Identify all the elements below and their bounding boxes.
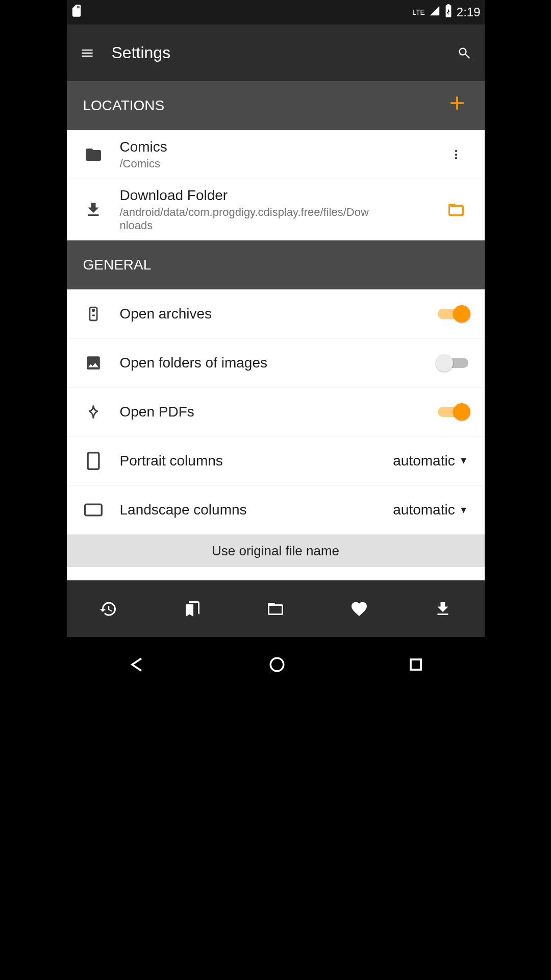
portrait-columns-label: Portrait columns xyxy=(120,453,393,469)
page-title: Settings xyxy=(112,43,452,62)
open-pdfs-toggle[interactable] xyxy=(438,405,468,419)
network-label: LTE xyxy=(412,8,425,16)
svg-point-1 xyxy=(92,309,94,311)
dropdown-arrow-icon: ▼ xyxy=(459,505,468,516)
plus-icon xyxy=(446,92,468,114)
app-bar: Settings xyxy=(67,24,485,81)
tab-recent[interactable] xyxy=(93,594,123,624)
history-icon xyxy=(99,600,117,618)
tab-bookmarks[interactable] xyxy=(177,594,207,624)
search-button[interactable] xyxy=(452,41,477,65)
open-download-folder-button[interactable] xyxy=(444,198,468,222)
setting-open-archives[interactable]: Open archives xyxy=(67,289,485,338)
open-archives-toggle[interactable] xyxy=(438,307,468,321)
setting-open-folders[interactable]: Open folders of images xyxy=(67,338,485,387)
folder-icon xyxy=(266,600,285,618)
more-vert-icon xyxy=(449,148,463,162)
setting-original-filename[interactable]: Use original file name xyxy=(67,534,485,567)
folder-open-icon xyxy=(447,201,465,219)
pdf-icon xyxy=(83,402,104,422)
landscape-columns-value: automatic xyxy=(393,502,455,518)
recents-button[interactable] xyxy=(408,657,423,674)
clock-label: 2:19 xyxy=(457,5,481,19)
setting-open-pdfs[interactable]: Open PDFs xyxy=(67,387,485,436)
heart-icon xyxy=(350,600,368,618)
tab-library[interactable] xyxy=(260,594,291,624)
locations-label: LOCATIONS xyxy=(83,97,165,114)
back-button[interactable] xyxy=(128,655,146,676)
battery-icon xyxy=(444,4,453,20)
tab-favorites[interactable] xyxy=(344,594,374,624)
hamburger-icon xyxy=(80,46,94,60)
open-archives-label: Open archives xyxy=(120,306,438,322)
folder-icon xyxy=(83,144,104,165)
open-folders-label: Open folders of images xyxy=(120,355,438,371)
svg-rect-5 xyxy=(411,659,421,670)
search-icon xyxy=(457,46,471,60)
portrait-icon xyxy=(83,451,104,471)
comics-title: Comics xyxy=(120,139,444,155)
setting-portrait-columns[interactable]: Portrait columns automatic ▼ xyxy=(67,436,485,485)
original-filename-label: Use original file name xyxy=(212,543,339,559)
setting-landscape-columns[interactable]: Landscape columns automatic ▼ xyxy=(67,485,485,534)
add-location-button[interactable] xyxy=(446,92,468,120)
svg-rect-3 xyxy=(85,504,102,516)
open-pdfs-label: Open PDFs xyxy=(120,404,438,420)
signal-icon xyxy=(429,5,440,19)
comics-path: /Comics xyxy=(120,157,444,170)
location-row-download[interactable]: Download Folder /android/data/com.progdi… xyxy=(67,179,485,240)
open-folders-toggle[interactable] xyxy=(438,356,468,370)
bookmark-icon xyxy=(183,600,201,618)
sd-card-icon xyxy=(71,4,82,21)
locations-section-header: LOCATIONS xyxy=(67,81,485,130)
tab-downloads[interactable] xyxy=(428,594,458,624)
landscape-icon xyxy=(83,500,104,520)
location-row-comics[interactable]: Comics /Comics xyxy=(67,130,485,179)
android-nav-bar xyxy=(67,637,485,694)
bottom-tab-bar xyxy=(67,580,485,637)
status-bar: LTE 2:19 xyxy=(67,0,485,24)
download-icon xyxy=(83,200,104,220)
svg-point-4 xyxy=(270,658,284,671)
dropdown-arrow-icon: ▼ xyxy=(459,455,468,466)
menu-button[interactable] xyxy=(75,41,99,65)
download-path: /android/data/com.progdigy.cdisplay.free… xyxy=(120,206,375,232)
image-icon xyxy=(83,353,104,373)
portrait-columns-value: automatic xyxy=(393,453,455,469)
svg-rect-2 xyxy=(88,452,99,469)
general-section-header: GENERAL xyxy=(67,240,485,289)
archive-icon xyxy=(83,304,104,324)
download-icon xyxy=(434,600,452,618)
download-title: Download Folder xyxy=(120,187,444,204)
landscape-columns-label: Landscape columns xyxy=(120,502,393,518)
home-button[interactable] xyxy=(268,656,286,675)
general-label: GENERAL xyxy=(83,257,152,273)
comics-more-button[interactable] xyxy=(444,142,468,167)
